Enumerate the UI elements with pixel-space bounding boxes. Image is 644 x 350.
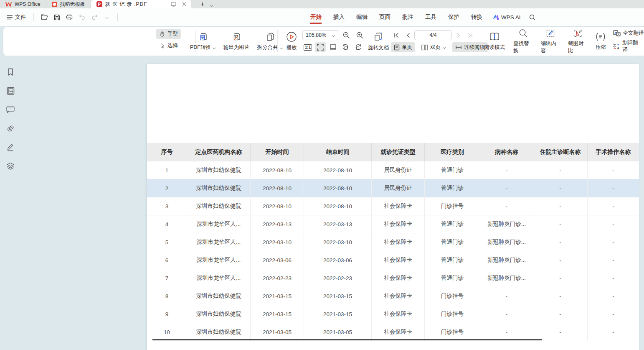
page-indicator-input[interactable]: 4/4 (414, 30, 452, 40)
table-cell: 2021-03-05 (304, 323, 372, 341)
double-page-button[interactable]: 双页 (418, 42, 449, 52)
table-cell: 居民身份证 (372, 161, 425, 179)
find-replace-button[interactable]: 查找替换 (510, 28, 537, 54)
split-merge-button[interactable]: 拆分合并 (254, 28, 287, 54)
document-workspace: 序号定点医药机构名称开始时间结束时间就诊凭证类型医疗类别病种名称住院主诊断名称手… (0, 56, 644, 350)
file-menu-label: 文件 (15, 13, 26, 21)
rotate-left-icon[interactable] (340, 42, 351, 52)
table-row[interactable]: 1深圳市妇幼保健院2022-08-102022-08-10居民身份证普通门诊--… (147, 161, 639, 179)
tab-docer-templates[interactable]: 找稻壳模板 (46, 0, 91, 8)
ribbon-tab-insert[interactable]: 插入 (327, 8, 350, 26)
table-row[interactable]: 6深圳市龙华区人...2022-03-062022-03-06社会保障卡普通门诊… (147, 251, 639, 269)
table-cell: 2021-03-15 (251, 287, 304, 305)
compress-icon (595, 32, 606, 42)
table-row[interactable]: 4深圳市龙华区人...2022-03-132022-03-13社会保障卡普通门诊… (147, 215, 639, 233)
open-folder-icon[interactable] (39, 12, 50, 23)
last-page-icon[interactable] (464, 30, 475, 40)
screen-cast-icon[interactable] (170, 0, 177, 8)
zoom-level-combo[interactable]: 105.88% (302, 30, 338, 40)
rotate-right-icon[interactable] (352, 42, 363, 52)
save-icon[interactable] (51, 12, 62, 23)
zoom-in-icon[interactable] (354, 30, 365, 40)
table-cell: 2022-03-13 (304, 215, 372, 233)
tab-list-chevron-icon[interactable] (208, 1, 216, 9)
redo-icon[interactable] (89, 12, 100, 23)
hand-tool-button[interactable]: 手型 (156, 29, 181, 39)
word-translate-button[interactable]: 文A 划词翻译 (613, 39, 644, 54)
table-row[interactable]: 5深圳市龙华区人...2022-03-102022-03-10社会保障卡普通门诊… (147, 233, 639, 251)
table-cell: 2021-03-05 (251, 323, 304, 341)
undo-icon[interactable] (76, 12, 87, 23)
compress-button[interactable]: 压缩 (591, 28, 610, 54)
screenshot-compare-label: 截图对比 (568, 40, 588, 54)
export-image-button[interactable]: 输出为图片 (220, 28, 254, 54)
rotate-document-button[interactable]: 旋转文档 (364, 28, 393, 54)
thumbnails-icon[interactable] (5, 85, 16, 96)
wps-ai-button[interactable]: WPS AI (488, 14, 525, 20)
select-tool-button[interactable]: 选择 (156, 41, 181, 51)
table-header-cell: 手术操作名称 (588, 143, 639, 161)
table-cell: 2022-08-10 (251, 179, 304, 197)
table-row[interactable]: 9深圳市妇幼保健院2021-03-152021-03-15社会保障卡门诊挂号--… (147, 305, 639, 323)
compress-label: 压缩 (596, 44, 606, 51)
ribbon-tab-comment[interactable]: 批注 (396, 8, 419, 26)
table-cell: 深圳市龙华区人... (187, 251, 251, 269)
fit-width-button[interactable] (327, 42, 338, 52)
table-cell: 2022-08-10 (304, 179, 372, 197)
edit-content-button[interactable]: 编辑内容 (537, 28, 564, 54)
fit-page-button[interactable] (315, 42, 326, 52)
next-page-icon[interactable] (453, 30, 464, 40)
pdf-convert-button[interactable]: PDF转换 (186, 28, 220, 54)
ribbon-tab-edit[interactable]: 编辑 (350, 8, 373, 26)
wps-ai-icon (492, 14, 499, 20)
new-tab-button[interactable]: + (197, 0, 208, 8)
bookmarks-icon[interactable] (5, 66, 16, 77)
comments-icon[interactable] (5, 104, 16, 115)
read-mode-button[interactable]: 阅读模式 (480, 28, 509, 54)
print-icon[interactable] (64, 12, 75, 23)
close-tab-icon[interactable] (180, 0, 188, 8)
attachments-icon[interactable] (5, 123, 16, 134)
table-cell: 深圳市龙华区人... (187, 233, 251, 251)
first-page-icon[interactable] (391, 30, 402, 40)
record-table-header: 序号定点医药机构名称开始时间结束时间就诊凭证类型医疗类别病种名称住院主诊断名称手… (147, 143, 639, 161)
table-row[interactable]: 2深圳市妇幼保健院2022-08-102022-08-10居民身份证普通门诊--… (147, 179, 639, 197)
table-row[interactable]: 8深圳市妇幼保健院2021-03-152021-03-15社会保障卡门诊挂号--… (147, 287, 639, 305)
pdf-convert-icon (198, 32, 208, 42)
layers-icon[interactable] (5, 161, 16, 171)
ribbon-tab-convert[interactable]: 转换 (465, 8, 488, 26)
ribbon-tab-home[interactable]: 开始 (304, 8, 327, 26)
table-row[interactable]: 10深圳市妇幼保健院2021-03-052021-03-05社会保障卡门诊挂号-… (147, 323, 639, 341)
find-replace-icon (518, 28, 528, 38)
ribbon-tab-page[interactable]: 页面 (373, 8, 396, 26)
zoom-out-icon[interactable] (341, 30, 352, 40)
prev-page-icon[interactable] (403, 30, 413, 40)
table-cell: - (533, 251, 588, 269)
table-cell: 门诊挂号 (425, 323, 480, 341)
docer-logo-icon (52, 2, 57, 7)
table-row[interactable]: 7深圳市龙华区人...2022-02-232022-02-23社会保障卡普通门诊… (147, 269, 639, 287)
screenshot-compare-button[interactable]: 截图对比 (564, 28, 591, 54)
sign-pen-icon[interactable] (5, 142, 16, 153)
play-button[interactable]: 播放 (282, 28, 301, 54)
table-row[interactable]: 3深圳市妇幼保健院2022-08-102022-08-10社会保障卡门诊挂号--… (147, 197, 639, 215)
ribbon-tab-tools[interactable]: 工具 (419, 8, 442, 26)
pdf-page[interactable]: 序号定点医药机构名称开始时间结束时间就诊凭证类型医疗类别病种名称住院主诊断名称手… (147, 64, 639, 350)
edit-content-label: 编辑内容 (540, 40, 560, 54)
actual-size-button[interactable]: 1:1 (302, 42, 313, 52)
full-translate-button[interactable]: A文 全文翻译 (613, 30, 644, 37)
file-menu-button[interactable]: 文件 (4, 12, 28, 23)
wps-ai-label: WPS AI (501, 14, 521, 20)
table-cell: - (533, 323, 588, 341)
history-chevron-icon[interactable] (101, 12, 112, 23)
tab-wps-office[interactable]: WPS Office (0, 0, 46, 8)
table-cell: - (533, 161, 588, 179)
table-cell: 2022-08-10 (251, 197, 304, 215)
search-icon[interactable] (525, 14, 540, 20)
ribbon-tab-protect[interactable]: 保护 (442, 8, 465, 26)
double-page-label: 双页 (430, 44, 441, 51)
tab-document-pdf[interactable]: P 就 医 记 录 .PDF (91, 0, 191, 8)
table-cell: 新冠肺炎门诊... (480, 251, 533, 269)
single-page-button[interactable]: 单页 (391, 42, 415, 52)
hand-tool-label: 手型 (167, 31, 178, 38)
